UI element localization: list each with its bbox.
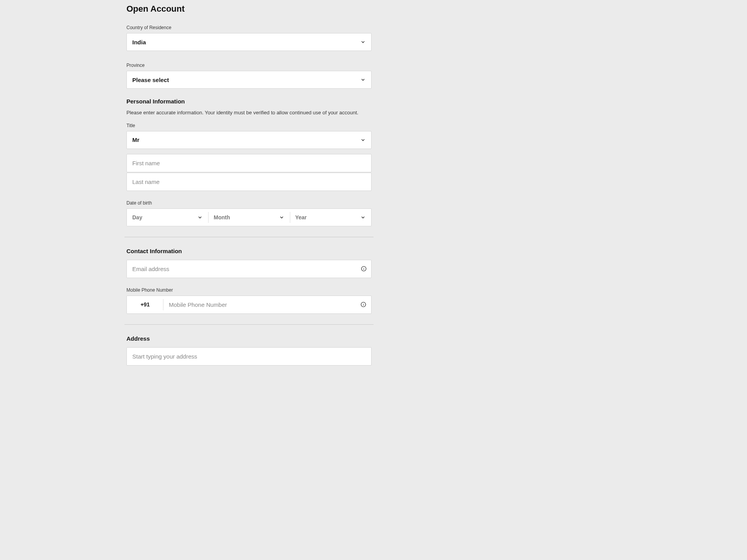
chevron-down-icon [360,77,366,82]
chevron-down-icon [279,215,284,220]
personal-info-heading: Personal Information [126,98,372,105]
dob-month-select[interactable]: Month [208,209,289,226]
dob-year-select[interactable]: Year [290,209,371,226]
address-search-input[interactable] [126,347,372,366]
page-title: Open Account [126,4,372,14]
chevron-down-icon [360,137,366,143]
phone-label: Mobile Phone Number [126,287,372,293]
contact-info-heading: Contact Information [126,248,372,254]
dob-day-value: Day [132,214,142,220]
last-name-input[interactable] [126,173,372,191]
dob-month-value: Month [214,214,230,220]
svg-point-5 [363,303,363,304]
title-value: Mr [132,136,139,143]
info-icon[interactable] [360,301,366,308]
chevron-down-icon [197,215,203,220]
province-select[interactable]: Please select [126,71,372,89]
country-label: Country of Residence [126,25,372,30]
divider [124,237,374,237]
info-icon[interactable] [361,266,367,272]
chevron-down-icon [360,215,366,220]
address-heading: Address [126,335,372,342]
email-input[interactable] [126,260,372,278]
province-label: Province [126,63,372,68]
dob-day-select[interactable]: Day [127,209,208,226]
divider [124,324,374,325]
first-name-input[interactable] [126,154,372,172]
phone-input[interactable] [163,296,371,313]
phone-prefix: +91 [127,296,163,313]
dob-year-value: Year [295,214,307,220]
personal-info-description: Please enter accurate information. Your … [126,109,372,117]
country-value: India [132,39,146,46]
province-value: Please select [132,77,169,83]
dob-label: Date of birth [126,200,372,206]
chevron-down-icon [360,39,366,45]
svg-point-2 [363,268,364,268]
title-select[interactable]: Mr [126,131,372,149]
country-select[interactable]: India [126,33,372,51]
title-label: Title [126,123,372,128]
